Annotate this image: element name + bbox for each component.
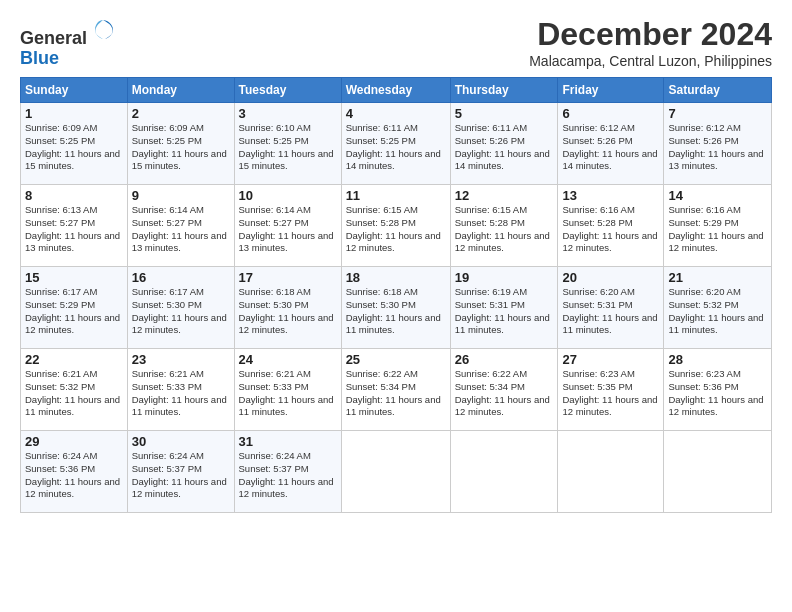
day-number: 9 bbox=[132, 188, 230, 203]
weekday-header-row: Sunday Monday Tuesday Wednesday Thursday… bbox=[21, 78, 772, 103]
day-detail: Sunrise: 6:24 AM Sunset: 5:36 PM Dayligh… bbox=[25, 450, 123, 501]
title-block: December 2024 Malacampa, Central Luzon, … bbox=[529, 16, 772, 69]
day-detail: Sunrise: 6:14 AM Sunset: 5:27 PM Dayligh… bbox=[132, 204, 230, 255]
calendar-week-row: 15 Sunrise: 6:17 AM Sunset: 5:29 PM Dayl… bbox=[21, 267, 772, 349]
day-number: 13 bbox=[562, 188, 659, 203]
day-number: 3 bbox=[239, 106, 337, 121]
day-detail: Sunrise: 6:11 AM Sunset: 5:26 PM Dayligh… bbox=[455, 122, 554, 173]
day-number: 24 bbox=[239, 352, 337, 367]
table-row: 9 Sunrise: 6:14 AM Sunset: 5:27 PM Dayli… bbox=[127, 185, 234, 267]
day-detail: Sunrise: 6:12 AM Sunset: 5:26 PM Dayligh… bbox=[668, 122, 767, 173]
table-row: 30 Sunrise: 6:24 AM Sunset: 5:37 PM Dayl… bbox=[127, 431, 234, 513]
day-number: 4 bbox=[346, 106, 446, 121]
day-number: 31 bbox=[239, 434, 337, 449]
day-detail: Sunrise: 6:19 AM Sunset: 5:31 PM Dayligh… bbox=[455, 286, 554, 337]
day-number: 26 bbox=[455, 352, 554, 367]
location: Malacampa, Central Luzon, Philippines bbox=[529, 53, 772, 69]
day-detail: Sunrise: 6:17 AM Sunset: 5:29 PM Dayligh… bbox=[25, 286, 123, 337]
day-number: 11 bbox=[346, 188, 446, 203]
table-row: 27 Sunrise: 6:23 AM Sunset: 5:35 PM Dayl… bbox=[558, 349, 664, 431]
header-friday: Friday bbox=[558, 78, 664, 103]
header-tuesday: Tuesday bbox=[234, 78, 341, 103]
table-row: 29 Sunrise: 6:24 AM Sunset: 5:36 PM Dayl… bbox=[21, 431, 128, 513]
day-number: 27 bbox=[562, 352, 659, 367]
day-number: 23 bbox=[132, 352, 230, 367]
day-detail: Sunrise: 6:16 AM Sunset: 5:29 PM Dayligh… bbox=[668, 204, 767, 255]
table-row: 8 Sunrise: 6:13 AM Sunset: 5:27 PM Dayli… bbox=[21, 185, 128, 267]
day-detail: Sunrise: 6:21 AM Sunset: 5:33 PM Dayligh… bbox=[132, 368, 230, 419]
day-number: 29 bbox=[25, 434, 123, 449]
month-title: December 2024 bbox=[529, 16, 772, 53]
table-row: 11 Sunrise: 6:15 AM Sunset: 5:28 PM Dayl… bbox=[341, 185, 450, 267]
day-number: 7 bbox=[668, 106, 767, 121]
day-detail: Sunrise: 6:12 AM Sunset: 5:26 PM Dayligh… bbox=[562, 122, 659, 173]
calendar-week-row: 1 Sunrise: 6:09 AM Sunset: 5:25 PM Dayli… bbox=[21, 103, 772, 185]
day-detail: Sunrise: 6:22 AM Sunset: 5:34 PM Dayligh… bbox=[346, 368, 446, 419]
logo-general: General bbox=[20, 28, 87, 48]
day-number: 18 bbox=[346, 270, 446, 285]
header: General Blue December 2024 Malacampa, Ce… bbox=[20, 16, 772, 69]
header-monday: Monday bbox=[127, 78, 234, 103]
table-row: 10 Sunrise: 6:14 AM Sunset: 5:27 PM Dayl… bbox=[234, 185, 341, 267]
day-number: 14 bbox=[668, 188, 767, 203]
day-number: 10 bbox=[239, 188, 337, 203]
table-row: 28 Sunrise: 6:23 AM Sunset: 5:36 PM Dayl… bbox=[664, 349, 772, 431]
table-row: 20 Sunrise: 6:20 AM Sunset: 5:31 PM Dayl… bbox=[558, 267, 664, 349]
table-row: 4 Sunrise: 6:11 AM Sunset: 5:25 PM Dayli… bbox=[341, 103, 450, 185]
table-row: 12 Sunrise: 6:15 AM Sunset: 5:28 PM Dayl… bbox=[450, 185, 558, 267]
day-detail: Sunrise: 6:10 AM Sunset: 5:25 PM Dayligh… bbox=[239, 122, 337, 173]
day-number: 2 bbox=[132, 106, 230, 121]
table-row: 21 Sunrise: 6:20 AM Sunset: 5:32 PM Dayl… bbox=[664, 267, 772, 349]
calendar-table: Sunday Monday Tuesday Wednesday Thursday… bbox=[20, 77, 772, 513]
table-row: 24 Sunrise: 6:21 AM Sunset: 5:33 PM Dayl… bbox=[234, 349, 341, 431]
day-detail: Sunrise: 6:16 AM Sunset: 5:28 PM Dayligh… bbox=[562, 204, 659, 255]
day-detail: Sunrise: 6:24 AM Sunset: 5:37 PM Dayligh… bbox=[132, 450, 230, 501]
day-detail: Sunrise: 6:21 AM Sunset: 5:33 PM Dayligh… bbox=[239, 368, 337, 419]
calendar-week-row: 22 Sunrise: 6:21 AM Sunset: 5:32 PM Dayl… bbox=[21, 349, 772, 431]
table-row bbox=[558, 431, 664, 513]
day-number: 5 bbox=[455, 106, 554, 121]
day-number: 15 bbox=[25, 270, 123, 285]
logo-bird-icon bbox=[89, 16, 117, 44]
table-row: 15 Sunrise: 6:17 AM Sunset: 5:29 PM Dayl… bbox=[21, 267, 128, 349]
table-row: 17 Sunrise: 6:18 AM Sunset: 5:30 PM Dayl… bbox=[234, 267, 341, 349]
table-row bbox=[664, 431, 772, 513]
day-detail: Sunrise: 6:21 AM Sunset: 5:32 PM Dayligh… bbox=[25, 368, 123, 419]
table-row: 18 Sunrise: 6:18 AM Sunset: 5:30 PM Dayl… bbox=[341, 267, 450, 349]
day-detail: Sunrise: 6:13 AM Sunset: 5:27 PM Dayligh… bbox=[25, 204, 123, 255]
table-row: 3 Sunrise: 6:10 AM Sunset: 5:25 PM Dayli… bbox=[234, 103, 341, 185]
table-row: 7 Sunrise: 6:12 AM Sunset: 5:26 PM Dayli… bbox=[664, 103, 772, 185]
day-detail: Sunrise: 6:11 AM Sunset: 5:25 PM Dayligh… bbox=[346, 122, 446, 173]
logo: General Blue bbox=[20, 16, 117, 69]
day-number: 17 bbox=[239, 270, 337, 285]
day-detail: Sunrise: 6:23 AM Sunset: 5:36 PM Dayligh… bbox=[668, 368, 767, 419]
day-number: 6 bbox=[562, 106, 659, 121]
day-number: 8 bbox=[25, 188, 123, 203]
table-row: 5 Sunrise: 6:11 AM Sunset: 5:26 PM Dayli… bbox=[450, 103, 558, 185]
logo-blue-text: Blue bbox=[20, 49, 117, 69]
header-thursday: Thursday bbox=[450, 78, 558, 103]
day-number: 1 bbox=[25, 106, 123, 121]
table-row: 31 Sunrise: 6:24 AM Sunset: 5:37 PM Dayl… bbox=[234, 431, 341, 513]
day-detail: Sunrise: 6:22 AM Sunset: 5:34 PM Dayligh… bbox=[455, 368, 554, 419]
table-row: 22 Sunrise: 6:21 AM Sunset: 5:32 PM Dayl… bbox=[21, 349, 128, 431]
header-sunday: Sunday bbox=[21, 78, 128, 103]
table-row: 16 Sunrise: 6:17 AM Sunset: 5:30 PM Dayl… bbox=[127, 267, 234, 349]
day-detail: Sunrise: 6:15 AM Sunset: 5:28 PM Dayligh… bbox=[346, 204, 446, 255]
day-detail: Sunrise: 6:23 AM Sunset: 5:35 PM Dayligh… bbox=[562, 368, 659, 419]
day-number: 28 bbox=[668, 352, 767, 367]
day-detail: Sunrise: 6:15 AM Sunset: 5:28 PM Dayligh… bbox=[455, 204, 554, 255]
table-row: 23 Sunrise: 6:21 AM Sunset: 5:33 PM Dayl… bbox=[127, 349, 234, 431]
calendar-week-row: 29 Sunrise: 6:24 AM Sunset: 5:36 PM Dayl… bbox=[21, 431, 772, 513]
day-number: 20 bbox=[562, 270, 659, 285]
day-detail: Sunrise: 6:20 AM Sunset: 5:31 PM Dayligh… bbox=[562, 286, 659, 337]
table-row: 19 Sunrise: 6:19 AM Sunset: 5:31 PM Dayl… bbox=[450, 267, 558, 349]
day-detail: Sunrise: 6:20 AM Sunset: 5:32 PM Dayligh… bbox=[668, 286, 767, 337]
day-detail: Sunrise: 6:09 AM Sunset: 5:25 PM Dayligh… bbox=[25, 122, 123, 173]
day-number: 22 bbox=[25, 352, 123, 367]
table-row: 14 Sunrise: 6:16 AM Sunset: 5:29 PM Dayl… bbox=[664, 185, 772, 267]
header-saturday: Saturday bbox=[664, 78, 772, 103]
day-number: 12 bbox=[455, 188, 554, 203]
main-container: General Blue December 2024 Malacampa, Ce… bbox=[0, 0, 792, 523]
day-number: 16 bbox=[132, 270, 230, 285]
